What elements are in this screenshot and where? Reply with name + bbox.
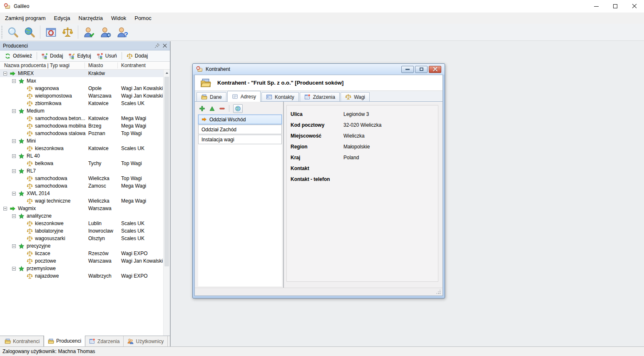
search-button[interactable] — [5, 25, 21, 40]
table-row[interactable]: liczace Rzeszów Wagi EXPO — [0, 250, 170, 257]
pomoc-menu-item[interactable]: Pomoc — [130, 13, 155, 23]
scales-icon — [27, 198, 33, 204]
table-row[interactable]: samochodowa Zamosc Mega Wagi — [0, 182, 170, 190]
panel-close-icon[interactable] — [163, 44, 167, 48]
add-producer-button[interactable]: Dodaj — [39, 52, 66, 60]
table-row[interactable]: samochodowa stalowa Poznan Top Wagi — [0, 130, 170, 137]
field-label: Miejscowość — [291, 133, 321, 139]
zamknij-program-menu-item[interactable]: Zamknij program — [1, 13, 50, 23]
pin-icon[interactable] — [154, 43, 160, 48]
collapse-toggle[interactable] — [12, 169, 16, 173]
zdarzenia-tab[interactable]: Zdarzenia — [85, 336, 124, 346]
user-approve-button[interactable] — [80, 25, 97, 40]
table-row[interactable]: samochodowa beton... Katowice Mega Wagi — [0, 115, 170, 122]
toolbar-grip[interactable] — [1, 26, 2, 38]
close-button[interactable] — [429, 66, 441, 73]
column-header-name[interactable]: Nazwa producenta | Typ wagi — [4, 63, 70, 68]
table-row[interactable]: precyzyjne — [0, 242, 170, 250]
kontrahenci-tab[interactable]: Kontrahenci — [1, 336, 44, 346]
table-row[interactable]: samochodowa mobilna Brzeg Mega Wagi — [0, 122, 170, 130]
arrow-icon — [10, 206, 16, 212]
zdarzenia-tab[interactable]: Zdarzenia — [300, 92, 340, 101]
minimize-button[interactable] — [587, 0, 606, 13]
tab-label: Wagi — [354, 94, 365, 100]
address-list-item[interactable]: Oddział Zachód — [198, 125, 282, 134]
collapse-toggle[interactable] — [12, 244, 16, 248]
plus-icon[interactable] — [199, 105, 205, 112]
table-row[interactable]: XWL 2014 — [0, 190, 170, 197]
adresy-tab[interactable]: Adresy — [227, 91, 261, 102]
address-list-item[interactable]: Instalacja wagi — [198, 135, 282, 144]
tree-scrollbar[interactable] — [163, 70, 170, 336]
collapse-toggle[interactable] — [12, 109, 16, 113]
widok-menu-item[interactable]: Widok — [107, 13, 130, 23]
collapse-toggle[interactable] — [12, 79, 16, 83]
folder-icon — [200, 78, 211, 88]
collapse-toggle[interactable] — [12, 267, 16, 271]
scales-button[interactable] — [59, 25, 76, 40]
narzedzia-menu-item[interactable]: Narzędzia — [75, 13, 107, 23]
table-row[interactable]: wagonowa Opole Wagi Jan Kowalski — [0, 85, 170, 92]
user-help-button[interactable] — [114, 25, 130, 40]
refresh-button[interactable]: Odśwież — [2, 52, 35, 60]
kontakty-tab[interactable]: Kontakty — [261, 92, 299, 101]
table-row[interactable]: przemyslowe — [0, 265, 170, 272]
delete-producer-button[interactable]: Usuń — [94, 52, 120, 60]
maximize-button[interactable] — [606, 0, 625, 13]
add-scale-button[interactable]: Dodaj — [124, 52, 151, 60]
splitter[interactable] — [283, 102, 284, 288]
edit-producer-button[interactable]: Edytuj — [66, 52, 94, 60]
table-row[interactable]: kieszonkowa Katowice Scales UK — [0, 145, 170, 152]
table-row[interactable]: kieszonkowe Lublin Scales UK — [0, 220, 170, 227]
collapse-toggle[interactable] — [3, 207, 7, 211]
dane-tab[interactable]: Dane — [196, 92, 226, 101]
triangle-up-icon[interactable] — [209, 105, 215, 112]
producenci-tab[interactable]: Producenci — [44, 336, 85, 346]
scrollbar-thumb[interactable] — [164, 77, 169, 266]
table-row[interactable]: Medium — [0, 107, 170, 115]
collapse-toggle[interactable] — [12, 139, 16, 143]
collapse-toggle[interactable] — [12, 192, 16, 196]
collapse-toggle[interactable] — [12, 214, 16, 218]
table-row[interactable]: RL 40 — [0, 152, 170, 160]
kontrahent-titlebar[interactable]: Kontrahent — [193, 64, 445, 75]
collapse-toggle[interactable] — [12, 154, 16, 158]
reports-button[interactable] — [42, 25, 59, 40]
table-row[interactable]: Max — [0, 77, 170, 85]
table-row[interactable]: wagosuszarki Olsztyn Scales UK — [0, 235, 170, 242]
name-cell: belkowa — [35, 160, 53, 166]
table-row[interactable]: wagi techniczne Wieliczka Mega Wagi — [0, 197, 170, 205]
table-row[interactable]: analityczne — [0, 212, 170, 220]
table-row[interactable]: zbiornikowa Katowice Scales UK — [0, 100, 170, 107]
scroll-up-icon[interactable] — [164, 70, 170, 76]
column-header-contractor[interactable]: Kontrahent — [121, 63, 146, 68]
close-button[interactable] — [625, 0, 644, 13]
menu-bar: Zamknij program Edycja Narzędzia Widok P… — [0, 13, 644, 24]
table-row[interactable]: najazdowe Walbrzych Wagi EXPO — [0, 272, 170, 280]
wagi-tab[interactable]: Wagi — [341, 92, 370, 101]
user-settings-button[interactable] — [97, 25, 114, 40]
table-row[interactable]: wielopomostowa Warszawa Wagi Jan Kowalsk… — [0, 92, 170, 100]
table-row[interactable]: RL7 — [0, 167, 170, 175]
minus-icon[interactable] — [219, 105, 225, 112]
minimize-button[interactable] — [401, 66, 414, 73]
expander-slot — [11, 154, 17, 158]
global-search-button[interactable] — [21, 25, 38, 40]
table-row[interactable]: samochodowa Wieliczka Top Wagi — [0, 175, 170, 182]
table-row[interactable]: Wagmix Warszawa — [0, 205, 170, 212]
table-row[interactable]: MIREX Kraków — [0, 70, 170, 77]
city-cell: Inowroclaw — [88, 228, 113, 234]
table-row[interactable]: labolatoryjne Inowroclaw Scales UK — [0, 227, 170, 235]
resize-grip[interactable] — [436, 290, 440, 294]
map-button[interactable] — [233, 104, 243, 113]
tree-edit-icon — [69, 53, 75, 59]
address-list-item[interactable]: Oddział Wschód — [198, 115, 282, 124]
edycja-menu-item[interactable]: Edycja — [50, 13, 75, 23]
uzytkownicy-tab[interactable]: Użytkownicy — [124, 336, 168, 346]
collapse-toggle[interactable] — [3, 72, 7, 75]
table-row[interactable]: Mini — [0, 137, 170, 145]
restore-button[interactable] — [415, 66, 428, 73]
column-header-city[interactable]: Miasto — [88, 63, 103, 68]
table-row[interactable]: belkowa Tychy Top Wagi — [0, 160, 170, 167]
table-row[interactable]: pocztowe Warszawa Wagi Jan Kowalski — [0, 257, 170, 265]
